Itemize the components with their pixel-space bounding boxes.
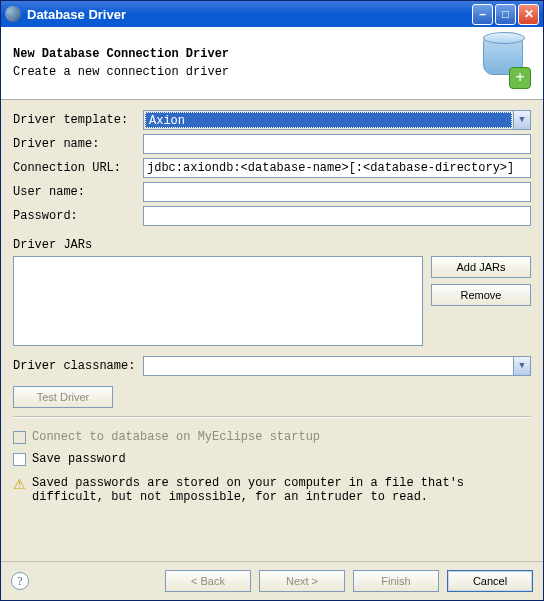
- connection-url-label: Connection URL:: [13, 161, 143, 175]
- driver-name-label: Driver name:: [13, 137, 143, 151]
- wizard-header: New Database Connection Driver Create a …: [1, 27, 543, 100]
- cancel-button[interactable]: Cancel: [447, 570, 533, 592]
- back-button: < Back: [165, 570, 251, 592]
- save-password-checkbox[interactable]: [13, 453, 26, 466]
- driver-name-input[interactable]: [143, 134, 531, 154]
- chevron-down-icon[interactable]: ▼: [513, 111, 530, 129]
- driver-jars-label: Driver JARs: [13, 238, 531, 252]
- driver-classname-label: Driver classname:: [13, 359, 143, 373]
- header-subtitle: Create a new connection driver: [13, 65, 475, 79]
- driver-classname-value: [144, 357, 513, 375]
- driver-template-combo[interactable]: Axion ▼: [143, 110, 531, 130]
- remove-jar-button[interactable]: Remove: [431, 284, 531, 306]
- wizard-content: Driver template: Axion ▼ Driver name: Co…: [1, 100, 543, 561]
- driver-template-label: Driver template:: [13, 113, 143, 127]
- close-button[interactable]: ✕: [518, 4, 539, 25]
- save-password-row[interactable]: Save password: [13, 452, 531, 466]
- user-name-input[interactable]: [143, 182, 531, 202]
- maximize-button[interactable]: □: [495, 4, 516, 25]
- user-name-label: User name:: [13, 185, 143, 199]
- help-icon[interactable]: ?: [11, 572, 29, 590]
- warning-icon: [13, 476, 26, 493]
- window-title: Database Driver: [27, 7, 470, 22]
- warning-text: Saved passwords are stored on your compu…: [32, 476, 531, 504]
- add-jars-button[interactable]: Add JARs: [431, 256, 531, 278]
- connect-on-startup-label: Connect to database on MyEclipse startup: [32, 430, 320, 444]
- connect-on-startup-checkbox: [13, 431, 26, 444]
- app-icon: [5, 6, 21, 22]
- chevron-down-icon[interactable]: ▼: [513, 357, 530, 375]
- driver-template-value: Axion: [145, 112, 512, 128]
- wizard-window: Database Driver – □ ✕ New Database Conne…: [0, 0, 544, 601]
- database-new-icon: +: [475, 35, 531, 91]
- warning-row: Saved passwords are stored on your compu…: [13, 476, 531, 504]
- next-button: Next >: [259, 570, 345, 592]
- save-password-label: Save password: [32, 452, 126, 466]
- minimize-button[interactable]: –: [472, 4, 493, 25]
- connect-on-startup-row: Connect to database on MyEclipse startup: [13, 430, 531, 444]
- driver-classname-combo[interactable]: ▼: [143, 356, 531, 376]
- wizard-footer: ? < Back Next > Finish Cancel: [1, 561, 543, 600]
- driver-jars-list[interactable]: [13, 256, 423, 346]
- header-title: New Database Connection Driver: [13, 47, 475, 61]
- connection-url-input[interactable]: [143, 158, 531, 178]
- title-bar[interactable]: Database Driver – □ ✕: [1, 1, 543, 27]
- separator: [13, 416, 531, 418]
- password-input[interactable]: [143, 206, 531, 226]
- finish-button: Finish: [353, 570, 439, 592]
- password-label: Password:: [13, 209, 143, 223]
- test-driver-button: Test Driver: [13, 386, 113, 408]
